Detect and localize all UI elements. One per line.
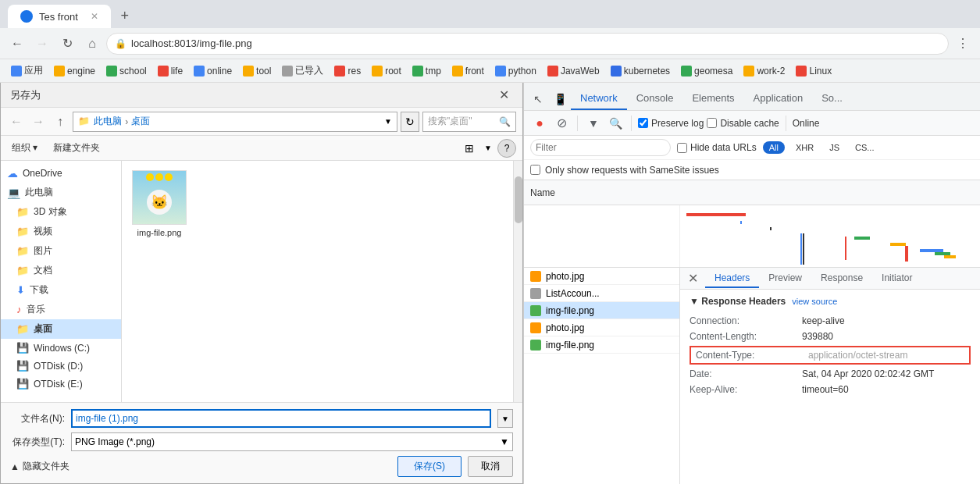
dialog-close-btn[interactable]: ✕ bbox=[494, 86, 513, 105]
scrollbar-thumb[interactable] bbox=[515, 176, 522, 223]
main-content: 另存为 ✕ ← → ↑ 📁 此电脑 › 桌面 ▼ ↻ 搜索"桌面" 🔍 bbox=[0, 83, 980, 484]
tab-console[interactable]: Console bbox=[627, 87, 683, 110]
devtools-cursor-btn[interactable]: ↖ bbox=[527, 88, 549, 110]
filter-bar: Hide data URLs All XHR JS CS... Only sho… bbox=[524, 136, 980, 180]
tab-network[interactable]: Network bbox=[571, 87, 627, 110]
bookmark-kubernetes[interactable]: kubernetes bbox=[606, 64, 675, 78]
path-desktop[interactable]: 桌面 bbox=[131, 115, 150, 128]
file-item[interactable]: 🐱 img-file.png bbox=[128, 167, 191, 240]
view-dropdown-btn[interactable]: ▼ bbox=[482, 139, 494, 158]
path-computer[interactable]: 📁 此电脑 bbox=[78, 115, 122, 128]
samesite-checkbox[interactable] bbox=[530, 165, 540, 175]
bookmark-imported[interactable]: 已导入 bbox=[277, 62, 328, 79]
network-row-5[interactable]: img-file.png bbox=[524, 336, 679, 354]
detail-tab-response[interactable]: Response bbox=[811, 269, 872, 288]
reload-btn[interactable]: ↻ bbox=[56, 33, 78, 55]
bookmark-javaweb[interactable]: JavaWeb bbox=[543, 64, 604, 78]
cancel-btn[interactable]: 取消 bbox=[468, 456, 513, 477]
sidebar-item-video[interactable]: 📁 视频 bbox=[1, 222, 121, 241]
dialog-back-btn[interactable]: ← bbox=[7, 112, 26, 131]
bookmark-tool[interactable]: tool bbox=[238, 64, 276, 78]
view-btn[interactable]: ⊞ bbox=[460, 139, 479, 158]
new-tab-btn[interactable]: + bbox=[114, 5, 136, 27]
sidebar-item-downloads[interactable]: ⬇ 下载 bbox=[1, 280, 121, 300]
new-folder-btn[interactable]: 新建文件夹 bbox=[48, 140, 105, 156]
file-area-scrollbar[interactable] bbox=[513, 161, 522, 402]
tab-more[interactable]: So... bbox=[812, 87, 852, 110]
stop-btn[interactable]: ⊘ bbox=[552, 114, 571, 133]
samesite-label: Only show requests with SameSite issues bbox=[545, 165, 719, 176]
tab-elements[interactable]: Elements bbox=[682, 87, 743, 110]
hide-data-urls-group[interactable]: Hide data URLs bbox=[677, 142, 757, 153]
organize-btn[interactable]: 组织 ▾ bbox=[7, 140, 42, 156]
bookmark-online[interactable]: online bbox=[189, 64, 237, 78]
filter-type-all[interactable]: All bbox=[763, 141, 785, 154]
address-bar[interactable]: 🔒 localhost:8013/img-file.png bbox=[106, 33, 949, 55]
sidebar-item-pics[interactable]: 📁 图片 bbox=[1, 241, 121, 261]
active-tab[interactable]: Tes front ✕ bbox=[8, 5, 111, 28]
sidebar-item-e-drive[interactable]: 💾 OTDisk (E:) bbox=[1, 375, 121, 393]
sidebar-item-thispc[interactable]: 💻 此电脑 bbox=[1, 183, 121, 202]
sidebar-item-d-drive[interactable]: 💾 OTDisk (D:) bbox=[1, 357, 121, 375]
search-icon-btn[interactable]: 🔍 bbox=[606, 114, 625, 133]
dialog-refresh-btn[interactable]: ↻ bbox=[401, 112, 419, 132]
filter-type-js[interactable]: JS bbox=[825, 141, 844, 154]
save-btn[interactable]: 保存(S) bbox=[397, 456, 461, 477]
bookmark-res[interactable]: res bbox=[330, 64, 365, 78]
filter-type-css[interactable]: CS... bbox=[850, 141, 878, 154]
network-row-2[interactable]: ListAccoun... bbox=[524, 285, 679, 302]
sidebar-item-onedrive[interactable]: ☁ OneDrive bbox=[1, 164, 121, 183]
bookmark-tmp[interactable]: tmp bbox=[408, 64, 446, 78]
detail-tab-preview[interactable]: Preview bbox=[759, 269, 811, 288]
bookmark-engine[interactable]: engine bbox=[49, 64, 100, 78]
path-dropdown-arrow[interactable]: ▼ bbox=[384, 117, 392, 126]
tab-application[interactable]: Application bbox=[744, 87, 813, 110]
back-btn[interactable]: ← bbox=[6, 33, 28, 55]
forward-btn[interactable]: → bbox=[31, 33, 53, 55]
preserve-log-checkbox[interactable] bbox=[638, 118, 648, 128]
sidebar-item-3d[interactable]: 📁 3D 对象 bbox=[1, 202, 121, 222]
sidebar-item-docs[interactable]: 📁 文档 bbox=[1, 261, 121, 280]
disable-cache-checkbox-group[interactable]: Disable cache bbox=[707, 118, 779, 129]
bookmark-apps[interactable]: 应用 bbox=[6, 62, 48, 79]
extensions-btn[interactable]: ⋮ bbox=[952, 33, 974, 55]
bookmarks-bar: 应用 engine school life online tool 已导入 r bbox=[0, 59, 980, 83]
bookmark-front[interactable]: front bbox=[447, 64, 489, 78]
sidebar-item-music[interactable]: ♪ 音乐 bbox=[1, 300, 121, 319]
detail-tab-initiator[interactable]: Initiator bbox=[872, 269, 921, 288]
bookmark-life[interactable]: life bbox=[153, 64, 187, 78]
view-source-link[interactable]: view source bbox=[792, 297, 837, 306]
detail-close-btn[interactable]: ✕ bbox=[683, 269, 702, 288]
dialog-forward-btn[interactable]: → bbox=[29, 112, 48, 131]
bookmark-root[interactable]: root bbox=[367, 64, 406, 78]
filename-input[interactable] bbox=[71, 409, 491, 428]
hide-data-urls-checkbox[interactable] bbox=[677, 143, 687, 153]
dialog-up-btn[interactable]: ↑ bbox=[51, 112, 69, 131]
bookmark-work2[interactable]: work-2 bbox=[739, 64, 789, 78]
help-btn[interactable]: ? bbox=[497, 139, 516, 158]
filter-type-xhr[interactable]: XHR bbox=[791, 141, 818, 154]
network-row-3[interactable]: img-file.png bbox=[524, 302, 679, 319]
preserve-log-checkbox-group[interactable]: Preserve log bbox=[638, 118, 704, 129]
disable-cache-checkbox[interactable] bbox=[707, 118, 717, 128]
devtools-device-btn[interactable]: 📱 bbox=[549, 88, 571, 110]
bookmark-school[interactable]: school bbox=[102, 64, 151, 78]
bookmark-geomesa[interactable]: geomesa bbox=[676, 64, 737, 78]
header-name-keep-alive: Keep-Alive: bbox=[690, 384, 799, 395]
bookmark-python[interactable]: python bbox=[490, 64, 541, 78]
sidebar-item-desktop[interactable]: 📁 桌面 bbox=[1, 319, 121, 339]
filter-input[interactable] bbox=[530, 139, 671, 156]
filetype-dropdown[interactable]: PNG Image (*.png) ▼ bbox=[71, 432, 513, 451]
sidebar-item-c-drive[interactable]: 💾 Windows (C:) bbox=[1, 339, 121, 357]
filename-dropdown-btn[interactable]: ▼ bbox=[497, 409, 513, 428]
record-btn[interactable]: ● bbox=[530, 114, 549, 133]
home-btn[interactable]: ⌂ bbox=[81, 33, 103, 55]
filter-icon-btn[interactable]: ▼ bbox=[584, 114, 603, 133]
detail-tab-headers[interactable]: Headers bbox=[705, 269, 759, 288]
network-row-1[interactable]: photo.jpg bbox=[524, 268, 679, 285]
hide-folders-toggle[interactable]: ▲ 隐藏文件夹 bbox=[10, 460, 69, 473]
bookmark-linux[interactable]: Linux bbox=[791, 64, 836, 78]
tab-close-icon[interactable]: ✕ bbox=[91, 11, 98, 22]
dialog-search[interactable]: 搜索"桌面" 🔍 bbox=[422, 112, 516, 132]
network-row-4[interactable]: photo.jpg bbox=[524, 319, 679, 336]
